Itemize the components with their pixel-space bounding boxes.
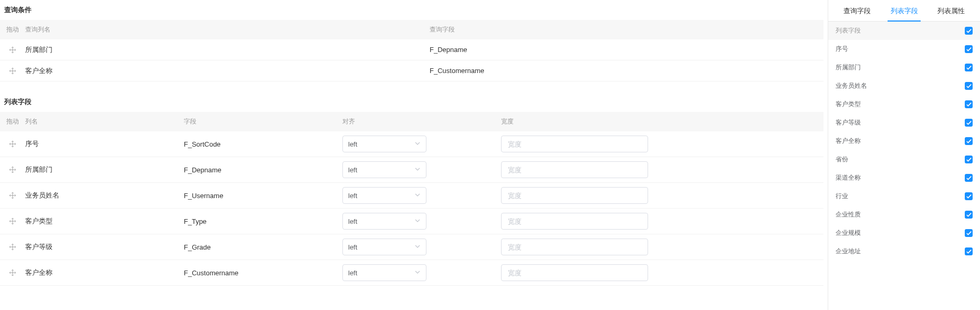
tab-query-fields[interactable]: 查询字段 xyxy=(833,0,881,21)
chevron-down-icon xyxy=(414,140,421,147)
align-select[interactable]: left xyxy=(342,136,426,152)
list-row-width xyxy=(501,161,660,178)
list-row-align: left xyxy=(342,213,501,230)
list-row: 客户类型F_Typeleft xyxy=(0,209,823,234)
field-item-label: 企业性质 xyxy=(836,210,861,219)
field-item[interactable]: 业务员姓名 xyxy=(828,77,980,95)
check-icon xyxy=(966,120,972,126)
check-icon xyxy=(966,28,972,34)
field-item-label: 客户类型 xyxy=(836,100,861,109)
list-row-field: F_Username xyxy=(184,192,342,200)
header-query-name: 查询列名 xyxy=(25,25,430,34)
width-input[interactable] xyxy=(501,213,648,230)
width-input[interactable] xyxy=(501,264,648,281)
field-item-label: 客户等级 xyxy=(836,118,861,127)
align-value: left xyxy=(348,192,357,200)
list-row-field: F_Depname xyxy=(184,166,342,174)
header-list-width: 宽度 xyxy=(501,117,660,126)
drag-handle[interactable] xyxy=(0,243,25,251)
field-checkbox[interactable] xyxy=(965,156,973,163)
field-item-label: 所属部门 xyxy=(836,63,861,72)
field-item[interactable]: 企业性质 xyxy=(828,205,980,224)
align-value: left xyxy=(348,243,357,251)
header-list-align: 对齐 xyxy=(342,117,501,126)
header-drag: 拖动 xyxy=(0,25,25,34)
query-table-header: 拖动 查询列名 查询字段 xyxy=(0,20,823,39)
list-row: 客户等级F_Gradeleft xyxy=(0,234,823,260)
list-row: 序号F_SortCodeleft xyxy=(0,131,823,157)
query-row-field: F_Depname xyxy=(430,46,823,54)
width-input[interactable] xyxy=(501,161,648,178)
field-item[interactable]: 企业规模 xyxy=(828,224,980,242)
field-item[interactable]: 行业 xyxy=(828,187,980,205)
field-checkbox[interactable] xyxy=(965,192,973,200)
check-icon xyxy=(966,84,972,89)
move-icon xyxy=(9,140,16,148)
drag-handle[interactable] xyxy=(0,218,25,225)
check-icon xyxy=(966,175,972,181)
drag-handle[interactable] xyxy=(0,166,25,173)
field-checkbox[interactable] xyxy=(965,229,973,237)
field-checkbox[interactable] xyxy=(965,45,973,53)
drag-handle[interactable] xyxy=(0,192,25,199)
list-row-width xyxy=(501,213,660,230)
drag-handle[interactable] xyxy=(0,140,25,148)
drag-handle[interactable] xyxy=(0,269,25,276)
width-input[interactable] xyxy=(501,187,648,204)
list-row: 客户全称F_Customernameleft xyxy=(0,260,823,286)
width-input[interactable] xyxy=(501,136,648,152)
move-icon xyxy=(9,46,16,54)
align-select[interactable]: left xyxy=(342,239,426,255)
align-select[interactable]: left xyxy=(342,161,426,178)
field-item[interactable]: 客户全称 xyxy=(828,132,980,150)
field-item[interactable]: 客户类型 xyxy=(828,95,980,113)
list-row-align: left xyxy=(342,239,501,255)
select-all-checkbox[interactable] xyxy=(965,27,973,35)
field-item[interactable]: 序号 xyxy=(828,40,980,58)
move-icon xyxy=(9,269,16,276)
list-row-field: F_SortCode xyxy=(184,140,342,148)
field-item-label: 渠道全称 xyxy=(836,173,861,182)
check-icon xyxy=(966,194,972,199)
sidebar-tabs: 查询字段 列表字段 列表属性 xyxy=(828,0,980,22)
width-input[interactable] xyxy=(501,239,648,255)
field-item[interactable]: 所属部门 xyxy=(828,58,980,77)
main-panel: 查询条件 拖动 查询列名 查询字段 所属部门F_Depname客户全称F_Cus… xyxy=(0,0,828,310)
check-icon xyxy=(966,102,972,107)
field-checkbox[interactable] xyxy=(965,137,973,145)
field-item[interactable]: 渠道全称 xyxy=(828,169,980,187)
check-icon xyxy=(966,231,972,236)
align-select[interactable]: left xyxy=(342,213,426,230)
tab-list-props[interactable]: 列表属性 xyxy=(927,0,975,21)
field-checkbox[interactable] xyxy=(965,82,973,90)
field-checkbox[interactable] xyxy=(965,211,973,219)
field-item[interactable]: 省份 xyxy=(828,150,980,169)
drag-handle[interactable] xyxy=(0,46,25,54)
chevron-down-icon xyxy=(414,218,421,224)
list-row-name: 所属部门 xyxy=(25,165,184,174)
move-icon xyxy=(9,243,16,251)
query-section-title: 查询条件 xyxy=(0,0,823,20)
field-checkbox[interactable] xyxy=(965,119,973,127)
field-item[interactable]: 客户等级 xyxy=(828,113,980,132)
list-row-align: left xyxy=(342,161,501,178)
field-item[interactable]: 企业地址 xyxy=(828,242,980,261)
list-row: 所属部门F_Depnameleft xyxy=(0,157,823,183)
chevron-down-icon xyxy=(414,192,421,198)
field-checkbox[interactable] xyxy=(965,64,973,71)
list-row-field: F_Type xyxy=(184,218,342,225)
align-select[interactable]: left xyxy=(342,264,426,281)
tab-list-fields[interactable]: 列表字段 xyxy=(881,0,928,21)
list-row-field: F_Grade xyxy=(184,243,342,251)
query-row-field: F_Customername xyxy=(430,67,823,75)
field-checkbox[interactable] xyxy=(965,174,973,182)
move-icon xyxy=(9,192,16,199)
field-checkbox[interactable] xyxy=(965,247,973,255)
field-list-header-label: 列表字段 xyxy=(836,26,861,35)
drag-handle[interactable] xyxy=(0,67,25,75)
query-row-name: 客户全称 xyxy=(25,66,430,76)
align-select[interactable]: left xyxy=(342,187,426,204)
chevron-down-icon xyxy=(414,243,421,250)
field-checkbox[interactable] xyxy=(965,100,973,108)
query-row: 所属部门F_Depname xyxy=(0,39,823,60)
